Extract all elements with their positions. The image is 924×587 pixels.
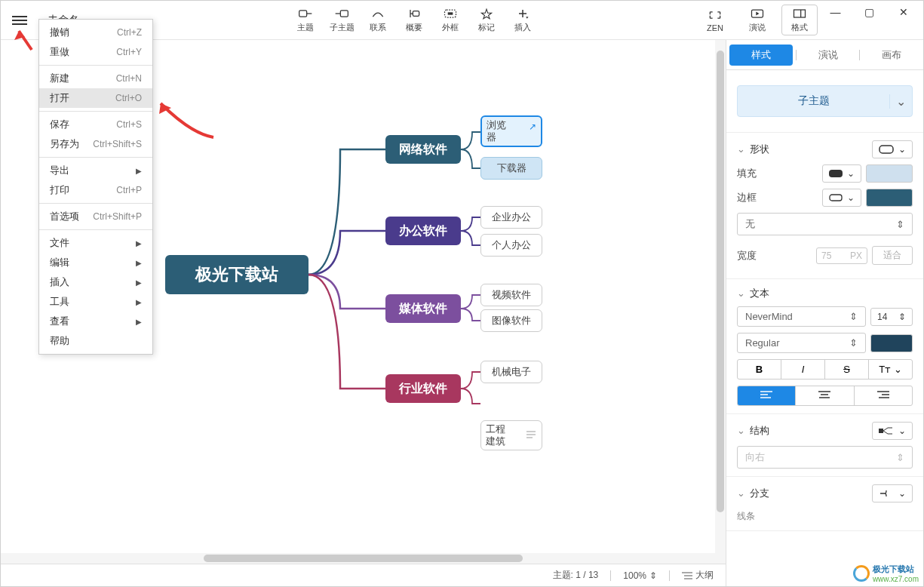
structure-icon <box>879 426 894 435</box>
topic-button[interactable]: 主题 <box>287 4 324 36</box>
insert-button[interactable]: 插入 <box>505 4 541 36</box>
boundary-icon <box>443 7 458 20</box>
updown-icon: ⇕ <box>849 337 858 349</box>
present-button[interactable]: 演说 <box>739 4 775 36</box>
horizontal-scrollbar[interactable] <box>1 553 726 564</box>
menu-item[interactable]: 撤销Ctrl+Z <box>39 23 152 42</box>
width-auto-button[interactable]: 适合 <box>872 246 913 265</box>
fill-shape-select[interactable]: ⌄ <box>822 164 861 183</box>
leaf-node[interactable]: 工程建筑 <box>480 420 542 450</box>
svg-line-24 <box>883 428 888 431</box>
collapse-icon[interactable]: ⌄ <box>737 143 745 155</box>
updown-icon: ⇕ <box>898 312 906 322</box>
collapse-icon[interactable]: ⌄ <box>737 487 745 499</box>
hamburger-icon <box>12 14 27 27</box>
bold-button[interactable]: B <box>738 360 781 379</box>
tab-style[interactable]: 样式 <box>729 45 793 66</box>
chevron-down-icon[interactable]: ⌄ <box>889 94 912 109</box>
subtopic-style-button[interactable]: 子主题 ⌄ <box>737 85 913 117</box>
shape-section: ⌄形状 ⌄ 填充 ⌄ 边框 ⌄ <box>726 133 923 279</box>
subtopic-section: 子主题 ⌄ <box>726 70 923 133</box>
vertical-scrollbar[interactable] <box>715 40 726 553</box>
menu-item[interactable]: 另存为Ctrl+Shift+S <box>39 134 152 154</box>
marker-button[interactable]: 标记 <box>468 4 505 36</box>
italic-button[interactable]: I <box>781 360 825 379</box>
menu-item[interactable]: 编辑▶ <box>39 253 152 272</box>
menu-item[interactable]: 重做Ctrl+Y <box>39 42 152 62</box>
external-link-icon[interactable]: ↗ <box>529 121 536 132</box>
branch-style-select[interactable]: ⌄ <box>872 484 913 502</box>
main-menu-dropdown: 撤销Ctrl+Z重做Ctrl+Y新建Ctrl+N打开Ctrl+O保存Ctrl+S… <box>38 19 153 355</box>
leaf-node[interactable]: 个人办公 <box>480 234 542 257</box>
align-left-icon <box>760 390 772 399</box>
branch-node[interactable]: 网络软件 <box>385 135 461 164</box>
notes-icon <box>526 429 536 441</box>
svg-rect-1 <box>340 11 348 17</box>
format-icon <box>792 7 807 20</box>
tab-canvas[interactable]: 画布 <box>860 45 923 66</box>
branch-node[interactable]: 行业软件 <box>385 374 461 403</box>
menu-item[interactable]: 首选项Ctrl+Shift+P <box>39 207 152 226</box>
zen-button[interactable]: ZEN <box>697 5 733 35</box>
collapse-icon[interactable]: ⌄ <box>737 425 745 436</box>
shape-select[interactable]: ⌄ <box>872 140 913 158</box>
border-shape-select[interactable]: ⌄ <box>822 189 861 207</box>
svg-rect-4 <box>448 12 453 14</box>
menu-item[interactable]: 查看▶ <box>39 312 152 331</box>
boundary-button[interactable]: 外框 <box>432 4 468 36</box>
collapse-icon[interactable]: ⌄ <box>737 287 745 299</box>
leaf-node[interactable]: 机械电子 <box>480 361 542 383</box>
chevron-right-icon: ▶ <box>136 298 142 306</box>
strike-button[interactable]: S <box>825 360 869 379</box>
align-right-icon <box>877 390 889 399</box>
root-node[interactable]: 极光下载站 <box>165 255 309 294</box>
leaf-node[interactable]: 企业办公 <box>480 206 542 229</box>
svg-rect-6 <box>794 10 806 17</box>
align-right-button[interactable] <box>855 386 912 405</box>
branch-node[interactable]: 办公软件 <box>385 217 461 245</box>
minimize-button[interactable]: — <box>818 1 852 23</box>
width-input[interactable]: 75 PX <box>816 247 867 264</box>
menu-item[interactable]: 导出▶ <box>39 161 152 180</box>
svg-line-25 <box>883 431 888 434</box>
subtopic-button[interactable]: 子主题 <box>324 4 360 36</box>
branch-node[interactable]: 媒体软件 <box>385 294 461 323</box>
format-button[interactable]: 格式 <box>781 5 818 35</box>
close-button[interactable]: ✕ <box>886 1 920 23</box>
leaf-node[interactable]: 下载器 <box>480 157 542 180</box>
structure-select[interactable]: ⌄ <box>872 422 913 440</box>
fill-color-swatch[interactable] <box>866 164 913 183</box>
menu-item[interactable]: 打开Ctrl+O <box>39 88 152 108</box>
zoom-control[interactable]: 100% ⇕ <box>623 570 657 581</box>
case-button[interactable]: Tᴛ ⌄ <box>869 360 912 379</box>
relationship-button[interactable]: 联系 <box>360 4 396 36</box>
menu-item[interactable]: 打印Ctrl+P <box>39 180 152 200</box>
border-color-swatch[interactable] <box>866 189 913 207</box>
font-family-select[interactable]: NeverMind ⇕ <box>737 306 866 327</box>
direction-select[interactable]: 向右 ⇕ <box>737 446 913 469</box>
hamburger-menu-button[interactable] <box>1 1 38 40</box>
outline-button[interactable]: 大纲 <box>682 569 714 582</box>
menu-item[interactable]: 新建Ctrl+N <box>39 69 152 88</box>
tab-present[interactable]: 演说 <box>797 45 860 66</box>
menu-item[interactable]: 插入▶ <box>39 272 152 292</box>
plus-icon <box>515 7 530 20</box>
align-center-button[interactable] <box>796 386 854 405</box>
chevron-right-icon: ▶ <box>136 259 142 267</box>
text-align-group <box>737 386 913 406</box>
menu-item[interactable]: 文件▶ <box>39 233 152 253</box>
summary-button[interactable]: 概要 <box>396 4 432 36</box>
leaf-node[interactable]: 图像软件 <box>480 309 542 332</box>
font-size-select[interactable]: 14 ⇕ <box>870 308 913 326</box>
text-color-swatch[interactable] <box>870 334 913 352</box>
menu-item[interactable]: 工具▶ <box>39 292 152 312</box>
border-style-select[interactable]: 无 ⇕ <box>737 213 913 235</box>
align-left-button[interactable] <box>738 386 796 405</box>
maximize-button[interactable]: ▢ <box>852 1 886 23</box>
filled-rect-icon <box>829 170 843 177</box>
leaf-node[interactable]: 视频软件 <box>480 284 542 306</box>
leaf-node-selected[interactable]: 浏览器 ↗ <box>480 115 542 147</box>
menu-item[interactable]: 保存Ctrl+S <box>39 115 152 134</box>
menu-item[interactable]: 帮助 <box>39 331 152 351</box>
font-weight-select[interactable]: Regular ⇕ <box>737 333 866 353</box>
